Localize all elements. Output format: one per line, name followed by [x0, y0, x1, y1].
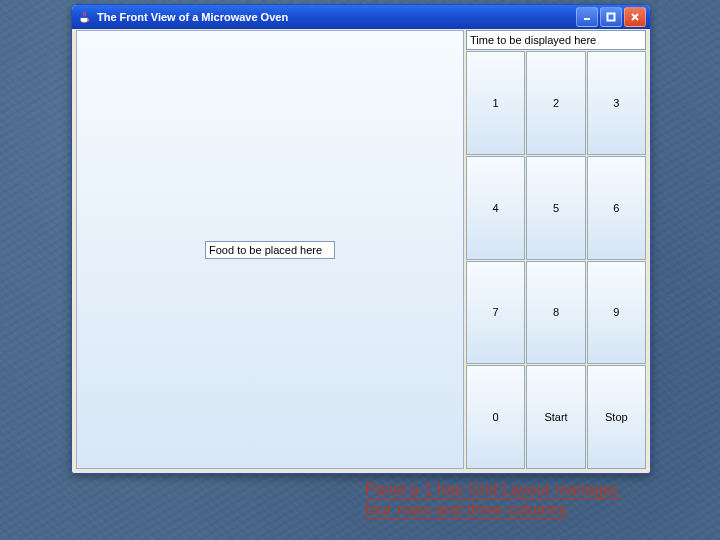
food-panel [76, 30, 464, 469]
caption-line-1: Panel p 1 has Grid.Layout manager, [365, 481, 621, 498]
key-start[interactable]: Start [526, 365, 585, 469]
key-0[interactable]: 0 [466, 365, 525, 469]
time-display-input[interactable] [466, 30, 646, 50]
key-9[interactable]: 9 [587, 261, 646, 365]
food-input[interactable] [205, 241, 335, 259]
key-8[interactable]: 8 [526, 261, 585, 365]
key-4[interactable]: 4 [466, 156, 525, 260]
maximize-button[interactable] [600, 7, 622, 27]
key-1[interactable]: 1 [466, 51, 525, 155]
key-2[interactable]: 2 [526, 51, 585, 155]
close-button[interactable] [624, 7, 646, 27]
window-controls [576, 7, 646, 27]
app-window: The Front View of a Microwave Oven [71, 4, 651, 474]
java-cup-icon [78, 10, 92, 24]
svg-rect-1 [608, 14, 615, 21]
key-3[interactable]: 3 [587, 51, 646, 155]
keypad-panel-p1: 1 2 3 4 5 6 7 8 9 0 Start Stop [466, 51, 646, 469]
key-6[interactable]: 6 [587, 156, 646, 260]
window-title: The Front View of a Microwave Oven [97, 11, 576, 23]
control-panel: 1 2 3 4 5 6 7 8 9 0 Start Stop [466, 30, 646, 469]
key-7[interactable]: 7 [466, 261, 525, 365]
caption-line-2: four rows and three columns [365, 501, 567, 518]
window-client-area: 1 2 3 4 5 6 7 8 9 0 Start Stop [75, 29, 647, 470]
slide-caption: Panel p 1 has Grid.Layout manager, four … [365, 480, 661, 520]
key-stop[interactable]: Stop [587, 365, 646, 469]
key-5[interactable]: 5 [526, 156, 585, 260]
minimize-button[interactable] [576, 7, 598, 27]
title-bar[interactable]: The Front View of a Microwave Oven [72, 5, 650, 29]
